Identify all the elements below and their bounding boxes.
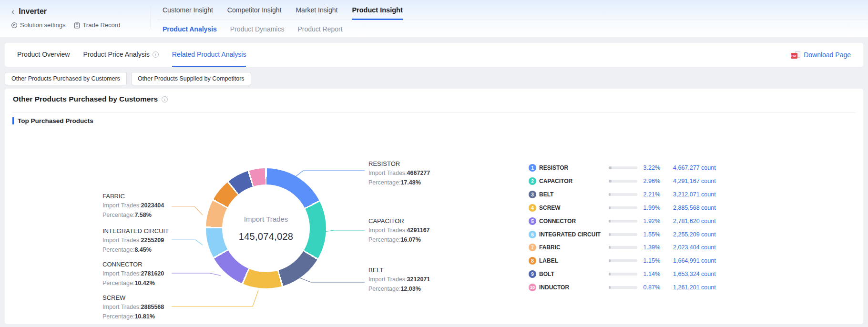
main-card: Other Products Purchased by Customers i …	[5, 89, 863, 324]
legend-share-percent: 1.39%	[639, 244, 660, 251]
import-trades-prefix: Import Trades:	[102, 270, 141, 277]
legend-share-percent: 1.55%	[639, 231, 660, 238]
section-divider	[12, 112, 856, 113]
legend-progress-bar	[609, 220, 637, 223]
callout-title: SCREW	[102, 294, 186, 302]
legend-progress-bar	[609, 166, 637, 169]
pdf-badge: PDF	[791, 53, 797, 59]
import-trades-prefix: Import Trades:	[102, 304, 141, 310]
section-title: Other Products Purchased by Customers	[13, 95, 158, 103]
percentage-prefix: Percentage:	[102, 313, 134, 320]
tab-product-price-analysis[interactable]: Product Price Analysis i	[83, 43, 158, 67]
legend-row-label[interactable]: 8LABEL1.15%1,664,991 count	[529, 256, 724, 265]
legend-progress-fill	[609, 273, 611, 276]
donut-chart[interactable]: Import Trades 145,074,028	[206, 168, 326, 288]
page: ‹ Inverter Solution settings Trade Recor…	[0, 0, 868, 327]
trade-record-button[interactable]: Trade Record	[74, 21, 120, 29]
legend-row-resistor[interactable]: 1RESISTOR3.22%4,667,277 count	[529, 164, 724, 172]
tab-product-overview[interactable]: Product Overview	[17, 43, 70, 67]
import-trades-value: 3212071	[407, 276, 430, 283]
legend-product-name: BOLT	[539, 271, 554, 277]
section-header: Other Products Purchased by Customers i	[13, 95, 168, 103]
tab-product-price-analysis-label: Product Price Analysis	[83, 51, 149, 58]
subtab-product-report[interactable]: Product Report	[297, 25, 342, 33]
callout-integrated-circuit: INTEGRATED CIRCUITImport Trades:2255209P…	[102, 227, 186, 255]
solution-settings-icon	[11, 22, 18, 29]
legend-progress-bar	[609, 206, 637, 209]
analysis-tabs-card: Product Overview Product Price Analysis …	[5, 43, 863, 67]
legend-rank-badge: 9	[529, 270, 536, 278]
callout-capacitor: CAPACITORImport Trades:4291167Percentage…	[368, 217, 452, 245]
callout-percentage: Percentage:7.58%	[102, 210, 186, 220]
solution-settings-button[interactable]: Solution settings	[11, 21, 65, 29]
legend-progress-bar	[609, 193, 637, 196]
import-trades-value: 4291167	[407, 227, 430, 234]
price-analysis-info-icon[interactable]: i	[153, 51, 159, 58]
trade-record-icon	[74, 22, 80, 29]
legend-count: 2,885,568 count	[673, 204, 716, 211]
legend-row-integrated-circuit[interactable]: 6INTEGRATED CIRCUIT1.55%2,255,209 count	[529, 230, 724, 239]
legend-rank-badge: 4	[529, 204, 536, 212]
percentage-value: 10.81%	[134, 313, 154, 320]
filter-purchased-by-customers-button[interactable]: Other Products Purchased by Customers	[5, 72, 127, 85]
percentage-prefix: Percentage:	[368, 236, 400, 243]
legend-row-inductor[interactable]: 10INDUCTOR0.87%1,261,201 count	[529, 283, 724, 292]
section-info-icon[interactable]: i	[162, 96, 168, 102]
legend-progress-bar	[609, 246, 637, 249]
percentage-value: 12.03%	[400, 286, 420, 292]
legend-share-percent: 2.21%	[639, 191, 660, 198]
filter-chips: Other Products Purchased by Customers Ot…	[5, 72, 251, 85]
tab-market-insight[interactable]: Market Insight	[296, 0, 337, 20]
legend-row-fabric[interactable]: 7FABRIC1.39%2,023,404 count	[529, 243, 724, 252]
callout-belt: BELTImport Trades:3212071Percentage:12.0…	[368, 266, 452, 294]
callout-title: RESISTOR	[368, 160, 452, 168]
subtab-product-dynamics[interactable]: Product Dynamics	[230, 25, 285, 33]
import-trades-prefix: Import Trades:	[102, 237, 141, 244]
callout-connector: CONNECTORImport Trades:2781620Percentage…	[102, 260, 186, 288]
legend-row-belt[interactable]: 3BELT2.21%3,212,071 count	[529, 190, 724, 199]
filter-supplied-by-competitors-button[interactable]: Other Products Supplied by Competitors	[131, 72, 251, 85]
header-vertical-divider	[151, 7, 151, 29]
legend-rank-badge: 2	[529, 177, 536, 185]
tab-competitor-insight[interactable]: Competitor Insight	[227, 0, 282, 20]
legend-rank-badge: 3	[529, 191, 536, 198]
legend-count: 2,255,209 count	[673, 231, 716, 238]
tab-customer-insight[interactable]: Customer Insight	[163, 0, 213, 20]
legend-progress-bar	[609, 233, 637, 236]
download-page-button[interactable]: PDF Download Page	[791, 43, 851, 67]
donut-center: Import Trades 145,074,028	[222, 184, 310, 272]
legend-product-name: CONNECTOR	[539, 218, 576, 225]
callout-percentage: Percentage:17.48%	[368, 178, 452, 187]
callout-import-trades: Import Trades:2023404	[102, 201, 186, 210]
legend-product-name: RESISTOR	[539, 164, 568, 171]
legend-product-name: LABEL	[539, 257, 558, 264]
subsection-accent-bar	[12, 117, 14, 124]
pdf-file-icon: PDF	[791, 51, 800, 59]
legend-count: 1,653,324 count	[673, 271, 716, 277]
tab-product-insight[interactable]: Product Insight	[352, 0, 402, 20]
legend-row-bolt[interactable]: 9BOLT1.14%1,653,324 count	[529, 270, 724, 278]
percentage-prefix: Percentage:	[102, 280, 134, 286]
analysis-tabs: Product Overview Product Price Analysis …	[17, 43, 246, 67]
legend-rank-badge: 1	[529, 164, 536, 172]
legend-row-screw[interactable]: 4SCREW1.99%2,885,568 count	[529, 204, 724, 212]
legend-row-connector[interactable]: 5CONNECTOR1.92%2,781,620 count	[529, 217, 724, 225]
donut-center-value: 145,074,028	[239, 231, 294, 242]
callout-import-trades: Import Trades:4667277	[368, 168, 452, 178]
back-chevron-icon[interactable]: ‹	[11, 6, 14, 17]
legend-count: 2,023,404 count	[673, 244, 716, 251]
callout-import-trades: Import Trades:2885568	[102, 302, 186, 312]
import-trades-value: 2781620	[141, 270, 164, 277]
legend-share-percent: 1.92%	[639, 218, 660, 225]
percentage-prefix: Percentage:	[102, 246, 134, 253]
page-title: Inverter	[19, 7, 47, 16]
callout-percentage: Percentage:12.03%	[368, 284, 452, 294]
download-page-label: Download Page	[804, 51, 851, 59]
tab-related-product-analysis[interactable]: Related Product Analysis	[172, 43, 246, 67]
legend-row-capacitor[interactable]: 2CAPACITOR2.96%4,291,167 count	[529, 177, 724, 185]
callout-title: INTEGRATED CIRCUIT	[102, 227, 186, 235]
subtab-product-analysis[interactable]: Product Analysis	[163, 25, 217, 33]
subsection-header: Top Purchased Products	[12, 117, 93, 124]
legend-count: 3,212,071 count	[673, 191, 716, 198]
percentage-value: 16.07%	[400, 236, 420, 243]
